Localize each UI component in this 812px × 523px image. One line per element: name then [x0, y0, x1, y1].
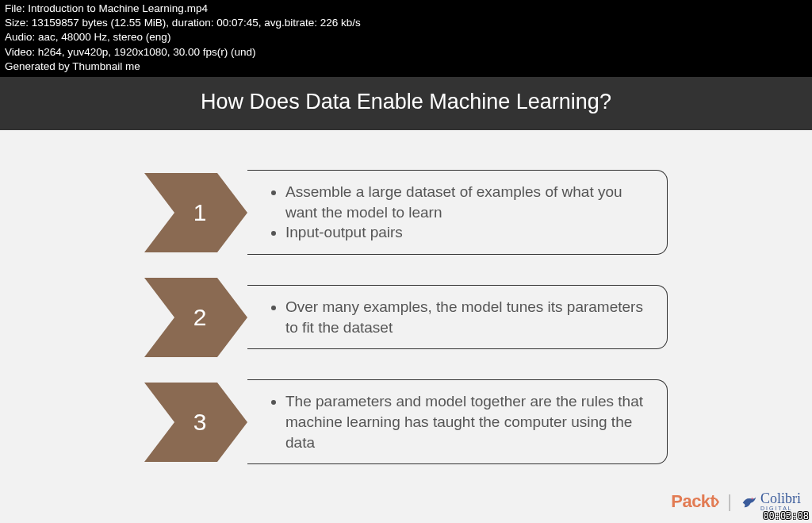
svg-point-3	[751, 498, 753, 499]
meta-audio: Audio: aac, 48000 Hz, stereo (eng)	[5, 30, 807, 44]
meta-file: File: Introduction to Machine Learning.m…	[5, 2, 807, 16]
step-text-1: Assemble a large dataset of examples of …	[247, 170, 668, 255]
step-arrow-1: 1	[144, 170, 247, 255]
step-bullet: Assemble a large dataset of examples of …	[285, 182, 649, 222]
brand-bar: Packt› | Colibri DIGITAL	[671, 491, 801, 512]
meta-size: Size: 13159857 bytes (12.55 MiB), durati…	[5, 16, 807, 30]
thumbnail-timestamp: 00:03:08	[763, 510, 809, 521]
step-arrow-3: 3	[144, 379, 247, 464]
slide-body: 1 Assemble a large dataset of examples o…	[0, 130, 812, 464]
meta-generator: Generated by Thumbnail me	[5, 60, 807, 74]
meta-video: Video: h264, yuv420p, 1920x1080, 30.00 f…	[5, 45, 807, 60]
step-row-1: 1 Assemble a large dataset of examples o…	[144, 170, 668, 255]
slide-title: How Does Data Enable Machine Learning?	[201, 90, 611, 113]
step-text-3: The parameters and model together are th…	[247, 379, 668, 464]
colibri-text: Colibri	[760, 492, 801, 505]
video-metadata-bar: File: Introduction to Machine Learning.m…	[0, 0, 812, 77]
packt-logo: Packt›	[671, 491, 719, 512]
slide-title-band: How Does Data Enable Machine Learning?	[0, 77, 812, 130]
colibri-logo: Colibri DIGITAL	[740, 492, 801, 510]
hummingbird-icon	[740, 493, 757, 510]
step-arrow-2: 2	[144, 285, 247, 349]
step-row-3: 3 The parameters and model together are …	[144, 379, 668, 464]
packt-chevron-icon: ›	[714, 491, 719, 511]
step-number: 3	[193, 409, 207, 436]
step-bullet: The parameters and model together are th…	[285, 391, 649, 452]
step-number: 2	[193, 304, 207, 331]
packt-text: Packt	[671, 491, 715, 511]
step-bullet: Input-output pairs	[285, 222, 649, 243]
step-number: 1	[193, 199, 207, 226]
step-row-2: 2 Over many examples, the model tunes it…	[144, 285, 668, 349]
step-bullet: Over many examples, the model tunes its …	[285, 297, 649, 337]
brand-separator: |	[727, 491, 732, 512]
step-text-2: Over many examples, the model tunes its …	[247, 285, 668, 349]
